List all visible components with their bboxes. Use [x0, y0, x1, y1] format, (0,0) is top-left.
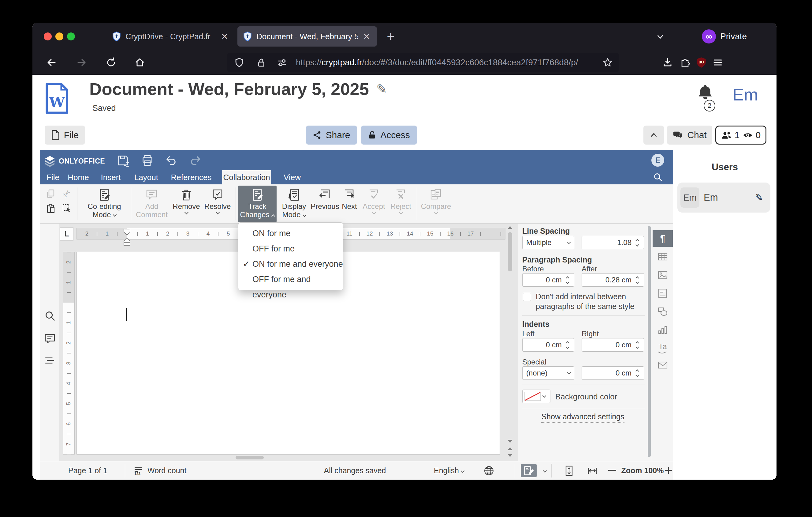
- tracking-protection-shield-icon[interactable]: [234, 57, 244, 68]
- undo-icon[interactable]: [165, 154, 177, 167]
- menu-item-off-for-me[interactable]: OFF for me: [238, 241, 343, 256]
- indent-markers[interactable]: [123, 228, 131, 246]
- navigation-panel-icon[interactable]: [44, 355, 56, 366]
- copy-button[interactable]: [44, 187, 58, 200]
- special-value-input[interactable]: 0 cm: [582, 366, 644, 380]
- menu-item-off-for-everyone[interactable]: OFF for me and everyone: [238, 272, 343, 287]
- page-info[interactable]: Page 1 of 1: [68, 461, 107, 480]
- textart-settings-icon[interactable]: Ta: [657, 342, 668, 353]
- tab-home[interactable]: Home: [66, 170, 91, 184]
- zoom-in-button[interactable]: [664, 466, 673, 475]
- horizontal-scroll-thumb[interactable]: [236, 456, 264, 459]
- spacing-after-input[interactable]: 0.28 cm: [582, 273, 644, 287]
- table-settings-icon[interactable]: [657, 251, 668, 262]
- share-button[interactable]: Share: [306, 126, 357, 144]
- header-footer-settings-icon[interactable]: [657, 288, 668, 299]
- tab-close-icon[interactable]: ✕: [220, 31, 229, 42]
- indent-left-input[interactable]: 0 cm: [522, 338, 574, 352]
- line-spacing-select[interactable]: Multiple: [522, 236, 574, 249]
- compare-button[interactable]: Compare: [421, 186, 451, 222]
- cut-scissors-button[interactable]: ✂: [60, 187, 74, 200]
- fit-page-icon[interactable]: [563, 465, 575, 476]
- https-lock-icon[interactable]: [256, 57, 266, 68]
- chevron-down-icon[interactable]: [543, 469, 547, 472]
- vertical-scroll-thumb[interactable]: [508, 232, 512, 271]
- paste-button[interactable]: [44, 201, 58, 215]
- find-search-icon[interactable]: [44, 310, 56, 322]
- presence-indicator[interactable]: 1 0: [715, 126, 766, 144]
- edit-title-pencil-icon[interactable]: ✎: [376, 81, 387, 97]
- paragraph-settings-icon[interactable]: ¶: [652, 230, 673, 247]
- chart-settings-icon[interactable]: [657, 325, 668, 336]
- spinner-arrows[interactable]: [635, 277, 640, 283]
- shape-settings-icon[interactable]: [657, 306, 668, 317]
- fit-width-icon[interactable]: [587, 465, 598, 476]
- permissions-icon[interactable]: [277, 57, 287, 68]
- url-bar[interactable]: https://cryptpad.fr/doc/#/3/doc/edit/ff0…: [227, 53, 619, 72]
- previous-change-button[interactable]: Previous: [312, 186, 338, 222]
- reject-button[interactable]: Reject: [388, 186, 414, 222]
- tab-close-icon[interactable]: ✕: [362, 31, 371, 42]
- select-all-button[interactable]: [60, 201, 74, 215]
- add-comment-button[interactable]: Add Comment: [134, 186, 170, 222]
- tab-insert[interactable]: Insert: [97, 170, 124, 184]
- comments-panel-icon[interactable]: [44, 333, 56, 345]
- tab-stop-selector[interactable]: L: [60, 227, 74, 241]
- spinner-arrows[interactable]: [635, 240, 640, 246]
- new-tab-button[interactable]: +: [384, 29, 398, 44]
- line-spacing-value-input[interactable]: 1.08: [582, 236, 644, 249]
- window-minimize-button[interactable]: [55, 32, 63, 40]
- track-changes-button[interactable]: Track Changes: [238, 186, 277, 222]
- track-changes-status-button[interactable]: [521, 464, 536, 477]
- scroll-up-arrow[interactable]: [508, 226, 513, 229]
- chat-button[interactable]: Chat: [667, 126, 712, 144]
- show-advanced-settings-link[interactable]: Show advanced settings: [518, 412, 648, 421]
- next-page-button[interactable]: [508, 454, 513, 457]
- spinner-arrows[interactable]: [565, 277, 570, 283]
- coediting-mode-button[interactable]: Co-editing Mode: [80, 186, 128, 222]
- tab-collaboration[interactable]: Collaboration: [222, 170, 271, 184]
- tab-references[interactable]: References: [168, 170, 214, 184]
- home-button[interactable]: [134, 57, 145, 68]
- no-interval-checkbox[interactable]: [523, 293, 531, 301]
- menu-item-on-for-everyone[interactable]: ✓ ON for me and everyone: [238, 256, 343, 272]
- back-button[interactable]: [46, 57, 57, 68]
- url-text[interactable]: https://cryptpad.fr/doc/#/3/doc/edit/ff0…: [296, 53, 578, 72]
- print-icon[interactable]: [141, 154, 153, 167]
- editor-user-avatar[interactable]: E: [651, 154, 664, 167]
- menu-item-on-for-me[interactable]: ON for me: [238, 226, 343, 241]
- indent-right-input[interactable]: 0 cm: [582, 338, 644, 352]
- special-select[interactable]: (none): [522, 366, 574, 380]
- edit-user-pencil-icon[interactable]: ✎: [755, 183, 763, 213]
- remove-button[interactable]: Remove: [171, 186, 201, 222]
- window-close-button[interactable]: [44, 32, 52, 40]
- tab-cryptdrive[interactable]: CryptDrive - CryptPad.fr ✕: [107, 26, 235, 47]
- notifications-bell-icon[interactable]: [696, 83, 715, 102]
- bookmark-star-icon[interactable]: [602, 57, 613, 68]
- extensions-puzzle-icon[interactable]: [679, 57, 690, 68]
- reload-button[interactable]: [106, 57, 117, 68]
- scroll-down-arrow[interactable]: [508, 440, 513, 443]
- editor-search-icon[interactable]: [653, 172, 663, 182]
- spinner-arrows[interactable]: [565, 342, 570, 348]
- spellcheck-globe-icon[interactable]: [484, 465, 494, 476]
- word-count-icon[interactable]: 123: [133, 466, 144, 476]
- save-icon[interactable]: [117, 154, 129, 167]
- resolve-button[interactable]: Resolve: [203, 186, 233, 222]
- tab-layout[interactable]: Layout: [132, 170, 161, 184]
- forward-button[interactable]: [76, 57, 87, 68]
- word-count-label[interactable]: Word count: [147, 461, 186, 480]
- display-mode-button[interactable]: Display Mode: [278, 186, 310, 222]
- next-change-button[interactable]: Next: [339, 186, 360, 222]
- tab-document[interactable]: Document - Wed, February 5, 2025 ✕: [237, 26, 377, 47]
- tab-view[interactable]: View: [282, 170, 303, 184]
- zoom-out-button[interactable]: [608, 470, 616, 471]
- image-settings-icon[interactable]: [657, 270, 668, 280]
- zoom-level[interactable]: Zoom 100%: [621, 461, 664, 480]
- spacing-before-input[interactable]: 0 cm: [522, 273, 574, 287]
- spinner-arrows[interactable]: [635, 342, 640, 348]
- v-ruler[interactable]: 211234567: [63, 252, 75, 455]
- vertical-scrollbar[interactable]: [507, 224, 513, 459]
- mail-merge-icon[interactable]: [657, 360, 668, 371]
- background-color-swatch[interactable]: [522, 389, 550, 403]
